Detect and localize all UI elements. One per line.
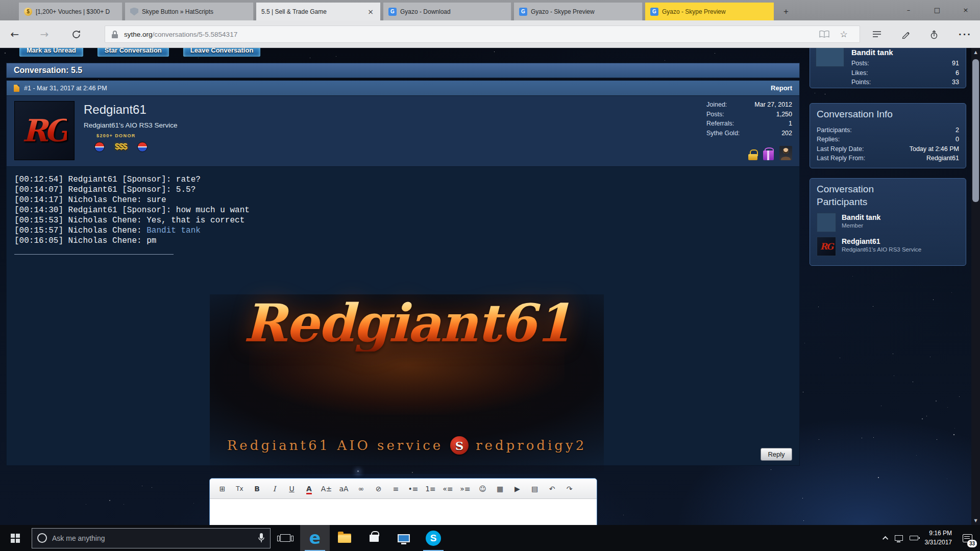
forward-icon[interactable]: → [34,24,55,44]
post-page-icon [14,85,19,92]
cortana-search-box[interactable] [32,528,271,548]
taskbar-file-explorer-button[interactable] [330,525,359,551]
microphone-icon[interactable] [258,533,265,543]
award-roundel-icon [94,142,105,152]
conversation-participants-card: Conversation Participants Bandit tank Me… [810,178,966,266]
remove-formatting-icon[interactable]: Tx [232,482,248,496]
tab-title: Gyazo - Skype Preview [531,8,637,15]
underline-icon[interactable]: U [284,482,300,496]
post-container: #1 - Mar 31, 2017 at 2:46 PM Report RG R… [6,80,800,466]
page-viewport: Mark as Unread Star Conversation Leave C… [0,48,980,525]
tab-sell-trade-game[interactable]: 5.5 | Sell & Trade Game × [256,3,380,20]
alignment-icon[interactable]: ≡ [388,482,404,496]
tray-battery-icon[interactable] [910,536,918,540]
action-center-button[interactable]: 33 [959,528,976,548]
smilies-icon[interactable]: ☺ [475,482,491,496]
hub-icon[interactable] [866,24,888,44]
unlink-icon[interactable]: ⊘ [371,482,386,496]
tray-display-icon[interactable] [895,535,903,541]
leave-conversation-button[interactable]: Leave Conversation [183,48,261,57]
participant-name[interactable]: Bandit tank [842,213,880,222]
minimize-button[interactable]: – [894,0,923,20]
windows-logo-icon [11,534,20,543]
member-card-avatar[interactable] [816,48,844,67]
italic-icon[interactable]: I [266,482,282,496]
paste-icon[interactable]: ⊞ [214,482,230,496]
favorites-star-icon[interactable]: ☆ [834,26,853,42]
insert-image-icon[interactable]: ▦ [492,482,508,496]
scrollbar-thumb[interactable] [972,59,979,202]
reading-view-icon[interactable] [815,26,834,42]
start-button[interactable] [0,525,31,551]
gyazo-favicon: G [388,8,397,16]
redo-icon[interactable]: ↷ [561,482,577,496]
tray-expand-icon[interactable] [883,536,888,541]
bulleted-list-icon[interactable]: •≡ [405,482,421,496]
maximize-button[interactable]: □ [923,0,951,20]
monitor-icon [398,534,410,542]
web-note-pen-icon[interactable] [895,24,917,44]
gyazo-favicon: G [650,8,658,16]
member-card-name[interactable]: Bandit tank [851,48,893,57]
skype-icon: S [426,531,441,546]
task-view-button[interactable] [271,525,300,551]
chat-line: [00:15:53] Nicholas Chene: Yes, that is … [14,215,799,226]
taskbar-monitor-app-button[interactable] [389,525,419,551]
tab-vouches-thread[interactable]: $ [1,200+ Vouches | $300+ D [19,3,122,20]
save-draft-icon[interactable]: ▤ [527,482,543,496]
share-icon[interactable] [923,24,945,44]
close-tab-icon[interactable]: × [366,8,375,16]
edge-icon: e [309,530,321,546]
indent-icon[interactable]: »≡ [457,482,473,496]
author-avatar[interactable]: RG [14,101,75,160]
browser-tab-bar: $ [1,200+ Vouches | $300+ D Skype Button… [0,0,980,20]
reply-editor-input[interactable] [210,499,597,525]
page-scrollbar[interactable]: ▲ ▼ [971,48,980,525]
author-name[interactable]: Redgiant61 [84,103,146,117]
participant-avatar[interactable] [817,213,836,232]
font-size-icon[interactable]: A± [318,482,334,496]
tab-gyazo-download[interactable]: G Gyazo - Download [383,3,511,20]
post-number-date[interactable]: #1 - Mar 31, 2017 at 2:46 PM [24,85,107,92]
address-bar[interactable]: sythe.org/conversations/5-5.5854317 ☆ [105,26,860,43]
back-icon[interactable]: ← [4,24,26,44]
mark-as-unread-button[interactable]: Mark as Unread [19,48,84,57]
bandit-tank-link[interactable]: Bandit tank [146,226,201,235]
insert-media-icon[interactable]: ▶ [509,482,525,496]
author-award-badges: $$$ [94,142,148,152]
taskbar-store-button[interactable] [359,525,389,551]
scroll-down-icon[interactable]: ▼ [971,516,980,525]
tab-gyazo-skype-preview-2[interactable]: G Gyazo - Skype Preview [645,3,774,20]
bold-icon[interactable]: B [249,482,265,496]
refresh-icon[interactable] [65,24,87,44]
url-path: /conversations/5-5.5854317 [153,31,238,38]
avatar-initials: RG [22,113,66,148]
member-card: Bandit tank Posts:91 Likes:6 Points:33 [810,48,966,88]
taskbar-clock[interactable]: 9:16 PM 3/31/2017 [925,529,952,547]
chat-line: [00:14:30] Redgiant61 [Sponsor]: how muc… [14,205,799,215]
chat-line: [00:16:05] Nicholas Chene: pm [14,236,799,246]
search-input[interactable] [52,534,253,542]
close-window-button[interactable]: × [951,0,980,20]
site-lock-icon [111,31,118,38]
desktop: $ [1,200+ Vouches | $300+ D Skype Button… [0,0,980,551]
outdent-icon[interactable]: «≡ [440,482,456,496]
insert-link-icon[interactable]: ∞ [353,482,369,496]
star-conversation-button[interactable]: Star Conversation [97,48,169,57]
scroll-up-icon[interactable]: ▲ [971,48,980,57]
reply-button[interactable]: Reply [761,448,792,461]
tab-gyazo-skype-preview-1[interactable]: G Gyazo - Skype Preview [514,3,643,20]
undo-icon[interactable]: ↶ [544,482,560,496]
taskbar-skype-button[interactable]: S [419,525,448,551]
tab-skype-button-hatscripts[interactable]: Skype Button » HatScripts [125,3,254,20]
numbered-list-icon[interactable]: 1≡ [423,482,438,496]
taskbar-edge-button[interactable]: e [300,525,330,551]
more-options-icon[interactable]: ··· [954,24,976,44]
participant-avatar[interactable]: RG [817,237,836,256]
font-family-icon[interactable]: aA [336,482,352,496]
text-color-icon[interactable]: A [301,482,317,496]
new-tab-button[interactable]: + [777,3,795,20]
signature-tagline: Redgiant61 AIO service S redprodigy2 [210,436,604,455]
report-link[interactable]: Report [771,84,792,92]
participant-name[interactable]: Redgiant61 [842,237,921,246]
